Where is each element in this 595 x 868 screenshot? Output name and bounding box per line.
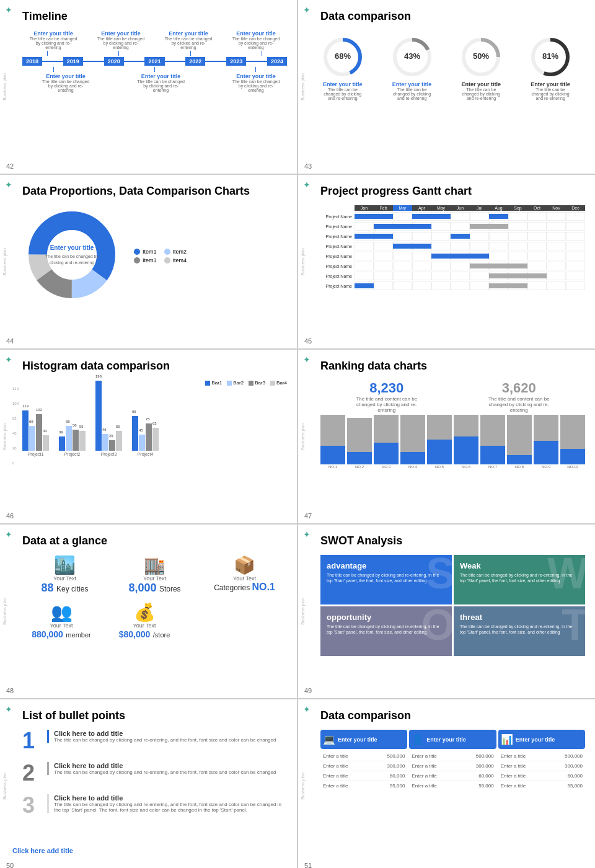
- panel-gantt: ✦ Project progress Gantt chart Jan Feb M…: [298, 175, 595, 348]
- panel-number-42: 42: [6, 162, 14, 170]
- dc-row-value: 500,000: [476, 753, 494, 759]
- dc-row-value: 60,000: [478, 773, 493, 779]
- tl-bot-desc-3: The title can be changed by clicking and…: [231, 79, 281, 92]
- gantt-row-3: Project Name: [320, 242, 585, 250]
- donut-legend: Item1 Item2 Item3 Item4: [134, 249, 187, 264]
- panel-icon-46: ✦: [5, 355, 12, 365]
- hist-group-label-4: Project4: [138, 452, 154, 456]
- dc-body: Enter a title500,000 Enter a title300,00…: [320, 751, 585, 790]
- timeline-container: Enter your title The title can be change…: [22, 30, 287, 92]
- panel-icon-42: ✦: [5, 5, 12, 15]
- circle-label-2: Enter your title: [390, 81, 434, 87]
- swot-threat: T threat The title can be changed by cli…: [454, 606, 585, 656]
- dc-row-2-4: Enter a title55,000: [409, 781, 496, 790]
- tl-bot-label-3: Enter your title: [231, 73, 281, 79]
- hist-legend-1: Bar1: [211, 380, 222, 386]
- timeline-title: Timeline: [22, 10, 287, 23]
- bullet-text-3: Click here to add title The title can be…: [47, 794, 287, 813]
- bullet-desc-2: The title can be changed by clicking and…: [54, 769, 276, 775]
- dc-row-value: 60,000: [568, 773, 583, 779]
- month-may: May: [431, 205, 451, 211]
- glance-no1: NO.1: [252, 582, 275, 592]
- panel-timeline: ✦ Timeline Enter your title The title ca…: [0, 0, 297, 174]
- swot-t-letter: T: [562, 606, 585, 650]
- swot-advantage: S advantage The title can be changed by …: [320, 555, 452, 604]
- side-label-45: Business plan: [301, 248, 305, 275]
- tl-bot-desc-2: The title can be changed by clicking and…: [136, 79, 186, 92]
- glance-yourtext-4: Your Text: [22, 622, 100, 629]
- hist-legend-4: Bar4: [276, 380, 287, 386]
- bullet-num-2: 2: [22, 762, 41, 784]
- circle-2: 43% Enter your title The title can be ch…: [390, 35, 434, 100]
- side-label-42: Business plan: [2, 73, 7, 100]
- svg-text:81%: 81%: [542, 51, 558, 61]
- hist-group-label-1: Project1: [28, 452, 44, 456]
- hist-legend-2: Bar2: [233, 380, 244, 386]
- dc-icon-1: 💻: [323, 733, 335, 745]
- rbar-no9: NO.9: [542, 465, 550, 469]
- panel-ranking: ✦ Ranking data charts 8,230 The title an…: [298, 350, 595, 523]
- tl-top-desc-2: The title can be changed by clicking and…: [96, 37, 146, 50]
- dc-row-label: Enter a title: [412, 783, 436, 789]
- panel-number-46: 46: [6, 512, 14, 520]
- histogram-chart: 119 69 102 43 Project1 39 68 58 55 P: [22, 388, 287, 456]
- panel-icon-51: ✦: [303, 704, 311, 714]
- panel-swot: ✦ SWOT Analysis S advantage The title ca…: [298, 525, 595, 698]
- tl-bot-label-1: Enter your title: [41, 73, 90, 79]
- glance-num-2: 8,000: [128, 582, 156, 594]
- bullet-item-1: 1 Click here to add title The title can …: [22, 730, 287, 752]
- ranking-stat1-value: 8,230: [356, 380, 418, 396]
- bullet-bottom-label[interactable]: Click here add title: [12, 847, 73, 854]
- gantt-row-5: Project Name: [320, 262, 585, 270]
- ranking-bars: NO.1 NO.2 NO.3 NO.4 NO.5: [320, 419, 585, 469]
- proportions-title: Data Proportions, Data Comparison Charts: [22, 185, 287, 198]
- dc-row-3-3: Enter a title60,000: [498, 771, 585, 781]
- gantt-container: Jan Feb Mar Apr May Jun Jul Aug Sep Oct …: [320, 205, 585, 290]
- donut-chart: Enter your title The title can be change…: [22, 205, 121, 307]
- panel-icon-43: ✦: [303, 5, 311, 15]
- tl-year-2018: 2018: [22, 57, 42, 66]
- swot-grid: S advantage The title can be changed by …: [320, 555, 585, 656]
- hist-group-label-3: Project3: [101, 452, 117, 456]
- dc-row-3-1: Enter a title500,000: [498, 751, 585, 761]
- tl-top-desc-4: The title can be changed by clicking and…: [231, 37, 281, 50]
- panel-data-comparison-51: ✦ Data comparison 💻 Enter your title 👤 E…: [298, 699, 595, 868]
- dc-row-2-2: Enter a title300,000: [409, 761, 496, 771]
- rbar-no8: NO.8: [515, 465, 524, 469]
- glance-yourtext-5: Your Text: [105, 622, 183, 629]
- panel-number-45: 45: [304, 337, 312, 345]
- ranking-stat1-desc: The title and content can be changed by …: [356, 396, 418, 413]
- glance-item-member: 👥 Your Text 880,000 member: [22, 602, 100, 640]
- tl-bot-label-2: Enter your title: [136, 73, 186, 79]
- dc-col-1: Enter a title500,000 Enter a title300,00…: [320, 751, 407, 790]
- dc-row-label: Enter a title: [412, 753, 436, 759]
- dc-row-label: Enter a title: [323, 753, 348, 759]
- bullet-num-1: 1: [22, 730, 41, 752]
- rbar-no3: NO.3: [382, 465, 390, 469]
- dc-row-label: Enter a title: [501, 753, 526, 759]
- histogram-container: Bar1 Bar2 Bar3 Bar4 119 69 102 43 Projec…: [22, 380, 287, 456]
- gantt-row-2: Project Name: [320, 232, 585, 241]
- glance-icon-money: 💰: [105, 602, 183, 622]
- dc-icon-2: 👤: [412, 733, 424, 745]
- circle-svg-3: 50%: [459, 35, 503, 79]
- swot-title: SWOT Analysis: [320, 534, 585, 547]
- glance-icon-stores: 🏬: [112, 555, 197, 575]
- bullet-desc-1: The title can be changed by clicking and…: [54, 737, 276, 743]
- panel-number-47: 47: [304, 512, 312, 520]
- svg-text:The title can be changed by: The title can be changed by: [45, 254, 99, 259]
- panel-icon-48: ✦: [5, 529, 12, 539]
- svg-text:Enter your title: Enter your title: [50, 244, 94, 251]
- panel-number-43: 43: [304, 162, 312, 170]
- dc-row-value: 500,000: [565, 753, 583, 759]
- circle-desc-2: The title can be changed by clicking and…: [390, 87, 434, 100]
- month-jun: Jun: [451, 205, 470, 211]
- rbar-no4: NO.4: [408, 465, 417, 469]
- svg-text:50%: 50%: [473, 51, 489, 61]
- circle-svg-4: 81%: [529, 35, 572, 79]
- dc-row-value: 55,000: [568, 783, 583, 789]
- dc-col-header-2: 👤 Enter your title: [409, 730, 496, 749]
- hist-y-labels: 1131006340200: [12, 387, 19, 465]
- month-nov: Nov: [547, 205, 566, 211]
- gantt-row-4: Project Name: [320, 252, 585, 260]
